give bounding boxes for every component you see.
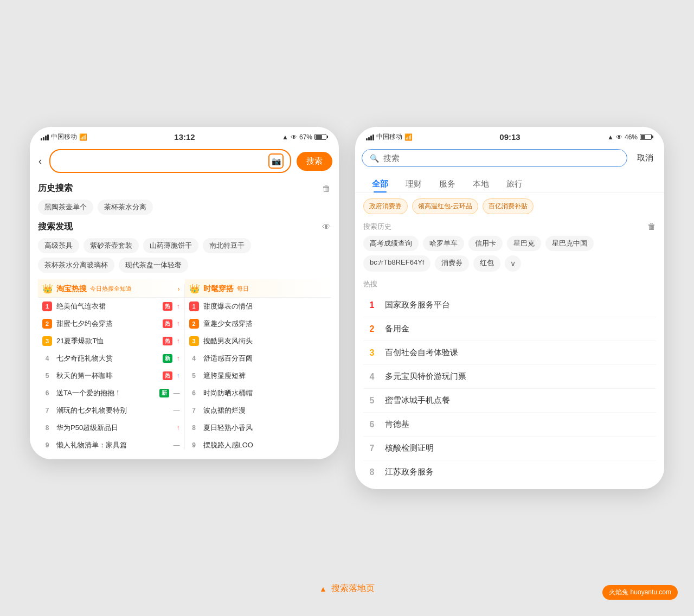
hot-item[interactable]: 3 21夏季爆款T恤 热 ↑ [38, 332, 184, 350]
hot-list-item[interactable]: 1 国家政务服务平台 [363, 293, 656, 317]
hot-sections: 👑 淘宝热搜 今日热搜全知道 › 1 绝美仙气连衣裙 热 ↑ 2 甜蜜七 [38, 279, 331, 454]
hot-subtitle-1: 今日热搜全知道 [90, 285, 132, 293]
rank-badge: 7 [189, 406, 199, 415]
hot-item[interactable]: 1 绝美仙气连衣裙 热 ↑ [38, 298, 184, 315]
history-tags-2: 高考成绩查询 哈罗单车 信用卡 星巴克 星巴克中国 bc:/rTb8REF64Y… [363, 236, 656, 272]
tab-all[interactable]: 全部 [363, 176, 397, 193]
history-tag-2[interactable]: 红包 [473, 255, 500, 272]
hot-item[interactable]: 7 潮玩的七夕礼物要特别 — [38, 402, 184, 419]
hot-list-item[interactable]: 5 蜜雪冰城手机点餐 [363, 389, 656, 413]
hot-badge: 热 [163, 302, 172, 311]
search-box-blue[interactable]: 🔍 [362, 149, 627, 167]
status-right-2: ▲ 👁 46% [607, 133, 653, 141]
crown-icon-1: 👑 [42, 284, 53, 294]
rank-badge: 1 [189, 301, 199, 311]
eye-status-icon-2: 👁 [616, 133, 622, 141]
fashion-item[interactable]: 2 童趣少女感穿搭 [185, 315, 331, 332]
fashion-item[interactable]: 7 波点裙的烂漫 [185, 402, 331, 419]
hot-badge: 热 [163, 337, 172, 345]
hot-list-item[interactable]: 2 备用金 [363, 317, 656, 341]
discover-tag[interactable]: 高级茶具 [38, 238, 79, 253]
search-input-1[interactable]: 高级茶具 [57, 157, 268, 166]
hot-item-text: 华为P50超级新品日 [56, 423, 172, 433]
hot-list-item[interactable]: 7 核酸检测证明 [363, 437, 656, 460]
phone2-tabs: 全部 理财 服务 本地 旅行 [355, 171, 664, 193]
tab-service[interactable]: 服务 [430, 176, 464, 193]
history-tag-2[interactable]: 高考成绩查询 [363, 236, 419, 251]
hot-item[interactable]: 2 甜蜜七夕约会穿搭 热 ↑ [38, 315, 184, 332]
hot-item-text: 送TA一个爱的抱抱！ [56, 388, 155, 398]
hot-list-item[interactable]: 3 百创社会自考体验课 [363, 341, 656, 365]
hot-list-item[interactable]: 4 多元宝贝特价游玩门票 [363, 365, 656, 389]
search-box-orange[interactable]: 高级茶具 📷 [49, 149, 291, 173]
trash-icon-2[interactable]: 🗑 [647, 222, 656, 232]
search-input-2[interactable] [383, 153, 619, 163]
fashion-item[interactable]: 8 夏日轻熟小香风 [185, 419, 331, 437]
fashion-item-text: 波点裙的烂漫 [203, 406, 327, 415]
hot-item[interactable]: 4 七夕奇葩礼物大赏 新 ↑ [38, 350, 184, 367]
taobao-phone: 中国移动 📶 13:12 ▲ 👁 67% ‹ 高级茶具 📷 [30, 127, 339, 459]
fashion-item[interactable]: 1 甜度爆表の情侣 [185, 298, 331, 315]
trend-icon: — [174, 441, 180, 449]
promo-tags: 政府消费券 领高温红包-云环品 百亿消费补贴 [363, 198, 656, 214]
hot-list-item[interactable]: 6 肯德基 [363, 413, 656, 437]
discover-tag[interactable]: 现代茶盘一体轻奢 [119, 258, 188, 273]
history-tag-2[interactable]: 哈罗单车 [423, 236, 464, 251]
fashion-item[interactable]: 4 舒适感百分百阔 [185, 350, 331, 367]
fashion-item[interactable]: 6 时尚防晒水桶帽 [185, 384, 331, 402]
fashion-item[interactable]: 3 搜酷男友风街头 [185, 332, 331, 350]
tab-local[interactable]: 本地 [464, 176, 498, 193]
hot-list-item[interactable]: 8 江苏政务服务 [363, 460, 656, 484]
history-tag[interactable]: 茶杯茶水分离 [98, 200, 153, 215]
history-tag-2[interactable]: 消费券 [435, 255, 469, 272]
watermark: 火焰兔 huoyantu.com [602, 585, 678, 600]
hot-title-1: 淘宝热搜 [56, 284, 87, 294]
trend-icon: — [174, 389, 180, 397]
status-left-2: 中国移动 📶 [366, 132, 413, 142]
time-1: 13:12 [174, 132, 195, 142]
rank-badge: 8 [42, 423, 52, 433]
hot-section-header: 👑 淘宝热搜 今日热搜全知道 › [38, 279, 184, 298]
camera-icon[interactable]: 📷 [268, 153, 284, 169]
tab-travel[interactable]: 旅行 [498, 176, 531, 193]
phone2-body: 政府消费券 领高温红包-云环品 百亿消费补贴 搜索历史 🗑 高考成绩查询 哈罗单… [355, 193, 664, 489]
hot-rank: 5 [367, 396, 377, 406]
tab-finance[interactable]: 理财 [397, 176, 430, 193]
history-tag-2[interactable]: 星巴克 [507, 236, 541, 251]
arrow-right-1[interactable]: › [178, 285, 180, 293]
cancel-button[interactable]: 取消 [633, 151, 658, 165]
hot-item[interactable]: 8 华为P50超级新品日 ↑ [38, 419, 184, 437]
fashion-item-text: 童趣少女感穿搭 [203, 319, 327, 329]
hot-item[interactable]: 6 送TA一个爱的抱抱！ 新 — [38, 384, 184, 402]
history-tag-2[interactable]: bc:/rTb8REF64Yf [363, 255, 430, 272]
hot-item[interactable]: 9 懒人礼物清单：家具篇 — [38, 437, 184, 454]
history-tag[interactable]: 黑陶茶壶单个 [38, 200, 93, 215]
hot-list-text: 蜜雪冰城手机点餐 [385, 395, 450, 406]
trash-icon-1[interactable]: 🗑 [322, 184, 331, 194]
hot-item[interactable]: 5 秋天的第一杯咖啡 热 ↑ [38, 367, 184, 384]
discover-tag[interactable]: 山药薄脆饼干 [143, 238, 198, 253]
promo-tag-3[interactable]: 百亿消费补贴 [483, 198, 534, 214]
hot-badge: 热 [163, 371, 172, 380]
discover-tag[interactable]: 紫砂茶壶套装 [83, 238, 139, 253]
discover-tag[interactable]: 茶杯茶水分离玻璃杯 [38, 258, 114, 273]
fashion-item-text: 甜度爆表の情侣 [203, 301, 327, 311]
location-icon: ▲ [282, 133, 288, 141]
fashion-item[interactable]: 9 摆脱路人感LOO [185, 437, 331, 454]
hot-list-text: 肯德基 [385, 419, 409, 429]
promo-tag-2[interactable]: 领高温红包-云环品 [412, 198, 478, 214]
rank-badge: 9 [42, 440, 52, 450]
discover-tag[interactable]: 南北特豆干 [203, 238, 251, 253]
history-tag-2[interactable]: 星巴克中国 [545, 236, 594, 251]
promo-tag-1[interactable]: 政府消费券 [363, 198, 408, 214]
rank-badge: 5 [189, 371, 199, 381]
back-button[interactable]: ‹ [36, 153, 44, 169]
eye-icon[interactable]: 👁 [322, 222, 331, 232]
more-button[interactable]: ∨ [505, 255, 521, 272]
search-button-1[interactable]: 搜索 [297, 152, 332, 171]
battery-2: 46% [625, 133, 638, 141]
history-tag-2[interactable]: 信用卡 [468, 236, 503, 251]
hot-list-text: 多元宝贝特价游玩门票 [385, 371, 466, 382]
status-bar-2: 中国移动 📶 09:13 ▲ 👁 46% [355, 127, 664, 145]
fashion-item[interactable]: 5 遮胯显瘦短裤 [185, 367, 331, 384]
